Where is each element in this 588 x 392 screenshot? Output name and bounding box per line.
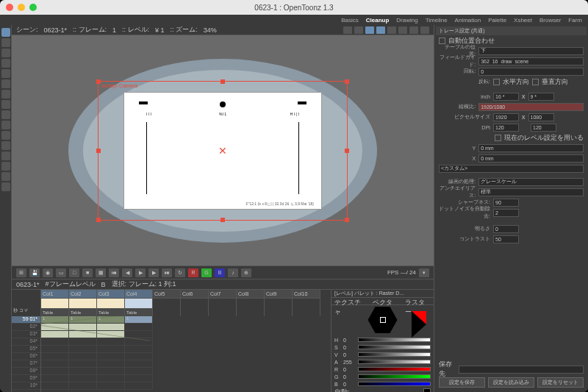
tool-fill[interactable] <box>1 79 10 88</box>
room-basics[interactable]: Basics <box>341 17 359 24</box>
close-icon[interactable] <box>6 4 13 11</box>
handle-tc[interactable] <box>220 79 225 84</box>
handle-bc[interactable] <box>220 218 225 222</box>
frame-row[interactable]: 05* <box>12 346 40 353</box>
col-9[interactable]: Col9 <box>265 290 293 316</box>
frame-row[interactable]: 10* <box>12 382 40 390</box>
frame-row-sel[interactable]: 59 01* <box>12 316 40 324</box>
tool-control-point[interactable] <box>1 131 10 140</box>
viewer-opt-6[interactable] <box>398 26 407 34</box>
first-frame-icon[interactable]: ⏮ <box>109 268 119 277</box>
locator-icon[interactable]: ⊕ <box>241 268 251 277</box>
col-2[interactable]: Col2Table <box>69 290 97 316</box>
viewer-opt-1[interactable] <box>343 26 352 34</box>
hue-slider[interactable] <box>358 338 431 342</box>
room-palette[interactable]: Palette <box>488 17 506 24</box>
xsheet-cells[interactable]: 1 1 1 1 <box>41 316 331 392</box>
tool-tape[interactable] <box>1 100 10 109</box>
define-sub-icon[interactable]: ▭ <box>56 268 66 277</box>
tool-pinch[interactable] <box>1 141 10 150</box>
table-pos-select[interactable] <box>478 47 584 55</box>
frame-row[interactable]: 02* <box>12 324 40 331</box>
contrast-input[interactable] <box>493 235 519 243</box>
room-drawing[interactable]: Drawing <box>396 17 417 24</box>
viewer-opt-2[interactable] <box>354 26 363 34</box>
save-settings-button[interactable]: 設定を保存 <box>439 377 485 388</box>
prev-frame-icon[interactable]: ◀ <box>122 268 132 277</box>
tab-texture[interactable]: テクスチャ <box>331 298 370 304</box>
linetype-select[interactable] <box>478 178 584 186</box>
red-slider[interactable] <box>358 367 431 371</box>
red-channel-icon[interactable]: R <box>188 268 198 277</box>
color-wheel[interactable] <box>331 305 434 335</box>
sound-icon[interactable]: ♪ <box>228 268 238 277</box>
viewer-opt-8[interactable] <box>420 26 429 34</box>
dpi-input[interactable] <box>493 124 519 132</box>
dotnoise-input[interactable] <box>493 209 519 217</box>
snapshot-icon[interactable]: ◉ <box>43 268 53 277</box>
bg-black-icon[interactable]: ■ <box>82 268 93 277</box>
rotate-input[interactable] <box>478 68 584 76</box>
viewer-opt-4[interactable] <box>376 26 385 34</box>
x-input[interactable] <box>478 154 584 163</box>
tool-style-picker[interactable] <box>1 110 10 119</box>
handle-tr[interactable] <box>345 79 349 84</box>
loop-icon[interactable]: ↻ <box>175 268 185 277</box>
play-icon[interactable]: ▶ <box>135 268 146 277</box>
room-browser[interactable]: Browser <box>539 17 561 24</box>
room-farm[interactable]: Farm <box>568 17 582 24</box>
col-3[interactable]: Col3Table <box>97 290 125 316</box>
fieldguide-select[interactable] <box>478 57 584 65</box>
histogram-icon[interactable]: ⊞ <box>16 268 26 277</box>
inch-w-input[interactable] <box>493 93 519 101</box>
tool-rgb-picker[interactable] <box>1 121 10 129</box>
col-8[interactable]: Col8 <box>237 290 265 316</box>
load-settings-button[interactable]: 設定を読み込み <box>488 377 534 388</box>
col-4[interactable]: Col4Table <box>125 290 153 316</box>
blue-slider[interactable] <box>358 382 431 386</box>
dpi-input-2[interactable] <box>531 124 556 132</box>
custom-select[interactable] <box>439 165 584 173</box>
frame-row[interactable]: 09* <box>12 375 40 382</box>
tool-zoom[interactable] <box>1 182 10 191</box>
room-timeline[interactable]: Timeline <box>426 17 448 24</box>
handle-bl[interactable] <box>96 218 101 222</box>
col-10[interactable]: Col10 <box>293 290 320 316</box>
tool-select[interactable] <box>1 38 10 47</box>
handle-ml[interactable] <box>96 149 101 153</box>
viewer-opt-7[interactable] <box>409 26 418 34</box>
frame-row[interactable]: 03* <box>12 331 40 338</box>
tab-vector[interactable]: ベクター <box>370 298 401 304</box>
tool-hook[interactable] <box>1 162 10 171</box>
tool-skeleton[interactable] <box>1 152 10 160</box>
col-1[interactable]: Col1Table <box>41 290 69 316</box>
frame-row[interactable]: 07* <box>12 360 40 368</box>
savepreset-input[interactable] <box>459 366 584 374</box>
blue-channel-icon[interactable]: B <box>215 268 225 277</box>
frame-row[interactable]: 08* <box>12 368 40 375</box>
room-xsheet[interactable]: Xsheet <box>514 17 532 24</box>
viewer-opt-5[interactable] <box>387 26 396 34</box>
color-swatch[interactable] <box>423 388 431 392</box>
uselevel-check[interactable] <box>495 135 501 141</box>
flip-h-check[interactable] <box>493 79 500 85</box>
pixel-h-input[interactable] <box>528 113 554 121</box>
viewer-opt-3[interactable] <box>365 26 374 34</box>
aa-select[interactable] <box>478 188 584 196</box>
tool-arrow[interactable] <box>1 28 10 37</box>
green-channel-icon[interactable]: G <box>201 268 212 277</box>
tool-eraser[interactable] <box>1 90 10 99</box>
reset-settings-button[interactable]: 設定をリセット <box>537 377 584 388</box>
room-animation[interactable]: Animation <box>455 17 481 24</box>
minimize-icon[interactable] <box>18 4 25 11</box>
maximize-icon[interactable] <box>29 4 37 11</box>
sharp-input[interactable] <box>493 199 519 207</box>
frame-row[interactable]: 06* <box>12 353 40 360</box>
tab-raster[interactable]: ラスター <box>402 298 434 304</box>
last-frame-icon[interactable]: ⏭ <box>162 268 172 277</box>
sat-slider[interactable] <box>358 345 431 349</box>
bright-input[interactable] <box>493 225 519 233</box>
viewport[interactable]: wshep! Camera I I I %I 1 <box>12 35 434 266</box>
bg-white-icon[interactable]: □ <box>69 268 79 277</box>
flip-v-check[interactable] <box>532 79 539 85</box>
